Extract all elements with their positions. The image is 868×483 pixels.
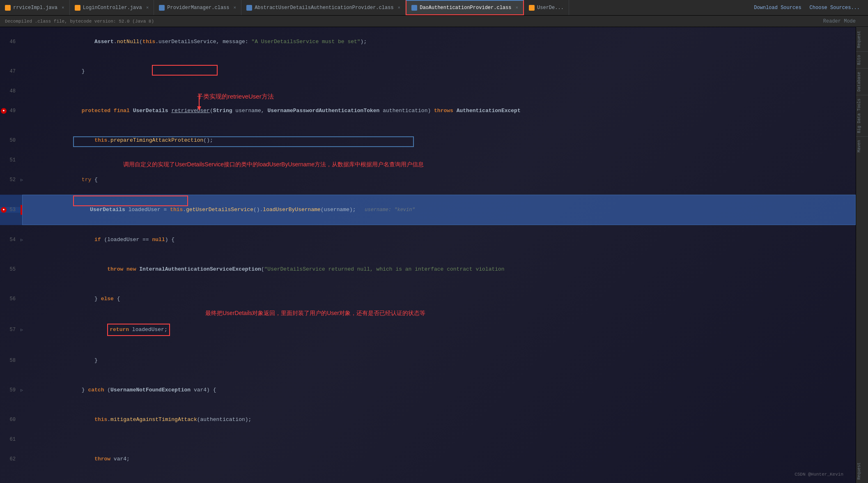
line-number: 51: [0, 157, 21, 163]
line-code: Assert.notNull(this.userDetailsService, …: [27, 27, 856, 57]
tab-label: UserDe...: [537, 5, 564, 11]
tab-providermanager[interactable]: ProviderManager.class ×: [154, 0, 241, 15]
code-line-60: 60 this.mitigateAgainstTimingAttack(auth…: [0, 405, 856, 435]
code-line-52: 52 ▷ try {: [0, 165, 856, 195]
line-code: try {: [27, 165, 856, 195]
code-line-56: 56 } else {: [0, 284, 856, 314]
line-number: 58: [0, 358, 21, 363]
right-sidebar: Request Bito Database Big Data Tools Mav…: [856, 27, 868, 483]
tab-userde[interactable]: UserDe...: [524, 0, 569, 15]
watermark: CSDN @Hunter_Kevin: [795, 472, 843, 477]
code-line-48: 48: [0, 86, 856, 96]
tab-logincontroller[interactable]: LoginController.java ×: [70, 0, 154, 15]
line-code: if (loadedUser == null) {: [27, 225, 856, 255]
request-bottom-panel[interactable]: Request: [856, 459, 868, 483]
code-line-49: ● 49 protected final UserDetails retriev…: [0, 96, 856, 126]
code-line-53: ● 53 UserDetails loadedUser = this.getUs…: [0, 195, 856, 225]
tab-label: LoginController.java: [83, 5, 142, 11]
code-line-59: 59 ▷ } catch (UsernameNotFoundException …: [0, 375, 856, 405]
code-line-46: 46 Assert.notNull(this.userDetailsServic…: [0, 27, 856, 57]
svg-marker-1: [197, 106, 201, 110]
tab-label: DaoAuthenticationProvider.class: [420, 5, 511, 11]
line-code: return loadedUser;: [27, 314, 856, 346]
line-code: } else {: [27, 284, 856, 314]
annotation-text-3: 最终把UserDetails对象返回，里面封装了用户的User对象，还有是否已经…: [205, 310, 425, 317]
reader-mode-button[interactable]: Reader Mode: [823, 18, 856, 24]
breakpoint2-icon: ●: [1, 207, 7, 213]
code-line-55: 55 throw new InternalAuthenticationServi…: [0, 255, 856, 284]
line-number: 46: [0, 39, 21, 45]
code-line-61: 61: [0, 435, 856, 444]
code-line-62: 62 throw var4;: [0, 444, 856, 474]
tab-bar: rrviceImpl.java × LoginController.java ×…: [0, 0, 868, 16]
tab-serviceimpl[interactable]: rrviceImpl.java ×: [0, 0, 70, 15]
decompiled-info-text: Decompiled .class file, bytecode version…: [5, 19, 154, 24]
class-icon: [246, 5, 252, 11]
tab-label: AbstractUserDetailsAuthenticationProvide…: [255, 5, 393, 11]
code-line-57: 57 ▷ return loadedUser;: [0, 314, 856, 346]
breakpoint-icon: ●: [1, 108, 7, 114]
maven-panel[interactable]: Maven: [856, 136, 868, 156]
code-line-58: 58 }: [0, 346, 856, 375]
line-number: 57: [0, 327, 21, 333]
line-code: protected final UserDetails retrieveUser…: [27, 96, 856, 126]
line-number: ● 53: [0, 207, 21, 213]
line-number: 50: [0, 138, 21, 143]
line-number: ● 49: [0, 108, 21, 114]
java-icon: [5, 5, 11, 11]
gutter-arrow-59: ▷: [21, 388, 27, 393]
java-icon: [75, 5, 80, 11]
download-sources-button[interactable]: Download Sources: [754, 5, 801, 11]
tab-close[interactable]: ×: [62, 5, 64, 10]
tab-daoprovider[interactable]: DaoAuthenticationProvider.class ×: [406, 0, 524, 15]
line-code: }: [27, 57, 856, 86]
class-icon: [159, 5, 165, 11]
tab-close[interactable]: ×: [234, 5, 237, 10]
tab-close[interactable]: ×: [515, 5, 518, 10]
line-number: 56: [0, 296, 21, 302]
code-line-47: 47 }: [0, 57, 856, 86]
tab-label: ProviderManager.class: [167, 5, 229, 11]
line-number: 62: [0, 456, 21, 462]
java-icon: [529, 5, 535, 11]
gutter-arrow-52: ▷: [21, 177, 27, 182]
line-code: } catch (InternalAuthenticationServiceEx…: [27, 474, 856, 483]
tab-close[interactable]: ×: [398, 5, 401, 10]
line-code: throw var4;: [27, 444, 856, 474]
annotation-text-1: 子类实现的retrieveUser方法: [197, 93, 274, 101]
line-code: this.mitigateAgainstTimingAttack(authent…: [27, 405, 856, 435]
line-code: this.prepareTimingAttackProtection();: [27, 126, 856, 155]
decompiled-info-bar: Decompiled .class file, bytecode version…: [0, 16, 868, 27]
line-code: UserDetails loadedUser = this.getUserDet…: [22, 195, 856, 225]
line-number: 54: [0, 237, 21, 243]
bigdata-panel[interactable]: Big Data Tools: [856, 95, 868, 136]
sidebar-spacer: [856, 156, 868, 459]
gutter-arrow-54: ▷: [21, 237, 27, 242]
choose-sources-button[interactable]: Choose Sources...: [810, 5, 860, 11]
line-code: }: [27, 346, 856, 375]
line-number: 59: [0, 387, 21, 393]
tab-close[interactable]: ×: [146, 5, 149, 10]
line-number: 55: [0, 267, 21, 272]
line-number: 47: [0, 69, 21, 74]
line-number: 61: [0, 437, 21, 442]
request-top-panel[interactable]: Request: [856, 27, 868, 51]
code-line-50: 50 this.prepareTimingAttackProtection();: [0, 126, 856, 155]
code-area[interactable]: 46 Assert.notNull(this.userDetailsServic…: [0, 27, 856, 483]
code-content: 46 Assert.notNull(this.userDetailsServic…: [0, 27, 856, 483]
database-panel[interactable]: Database: [856, 68, 868, 95]
line-number: 52: [0, 177, 21, 183]
line-number: 48: [0, 88, 21, 94]
tab-label: rrviceImpl.java: [13, 5, 57, 11]
code-line-63: 63 ▷ } catch (InternalAuthenticationServ…: [0, 474, 856, 483]
tab-abstractuserdetails[interactable]: AbstractUserDetailsAuthenticationProvide…: [241, 0, 406, 15]
gutter-arrow-57: ▷: [21, 327, 27, 332]
editor-container: 46 Assert.notNull(this.userDetailsServic…: [0, 27, 868, 483]
code-line-54: 54 ▷ if (loadedUser == null) {: [0, 225, 856, 255]
line-number: 60: [0, 417, 21, 423]
line-code: throw new InternalAuthenticationServiceE…: [27, 255, 856, 284]
tab-actions: Download Sources Choose Sources...: [754, 5, 868, 11]
bito-panel[interactable]: Bito: [856, 51, 868, 68]
search-icon: [411, 5, 417, 11]
annotation-arrow-1: [193, 94, 205, 110]
